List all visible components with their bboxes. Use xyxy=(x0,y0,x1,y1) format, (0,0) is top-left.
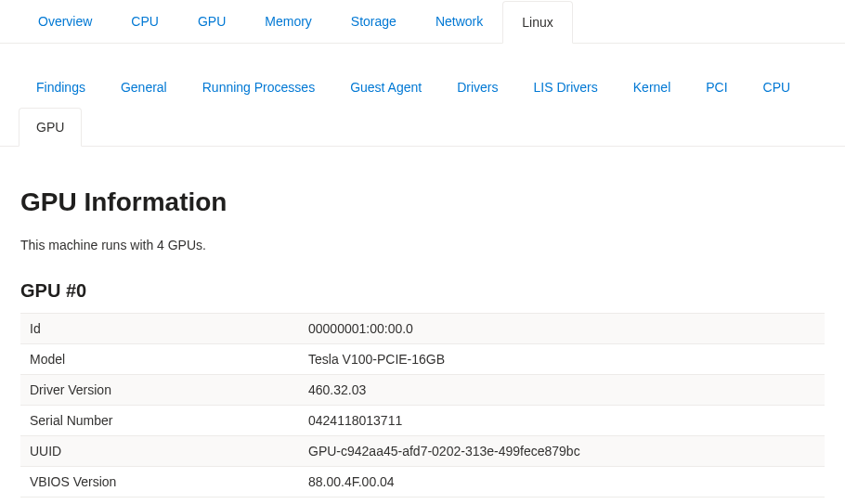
tab-gpu[interactable]: GPU xyxy=(178,0,245,43)
subtab-pci[interactable]: PCI xyxy=(688,68,745,107)
content-area: GPU Information This machine runs with 4… xyxy=(0,147,845,504)
summary-text: This machine runs with 4 GPUs. xyxy=(20,238,825,252)
table-row: UUID GPU-c942aa45-afd7-0202-313e-499fece… xyxy=(20,436,825,467)
kv-value: GPU-c942aa45-afd7-0202-313e-499fece879bc xyxy=(299,436,825,467)
gpu-0-table: Id 00000001:00:00.0 Model Tesla V100-PCI… xyxy=(20,313,825,498)
subtab-lis-drivers[interactable]: LIS Drivers xyxy=(516,68,616,107)
kv-key: Serial Number xyxy=(20,406,299,436)
tab-network[interactable]: Network xyxy=(416,0,502,43)
page-title: GPU Information xyxy=(20,187,825,217)
secondary-tab-bar: Findings General Running Processes Guest… xyxy=(0,68,845,147)
tab-overview[interactable]: Overview xyxy=(19,0,111,43)
kv-key: VBIOS Version xyxy=(20,467,299,498)
subtab-findings[interactable]: Findings xyxy=(19,68,103,107)
kv-key: UUID xyxy=(20,436,299,467)
table-row: Id 00000001:00:00.0 xyxy=(20,314,825,344)
subtab-guest-agent[interactable]: Guest Agent xyxy=(332,68,439,107)
subtab-gpu[interactable]: GPU xyxy=(19,108,82,147)
kv-key: Driver Version xyxy=(20,375,299,406)
table-row: Model Tesla V100-PCIE-16GB xyxy=(20,344,825,375)
kv-value: 00000001:00:00.0 xyxy=(299,314,825,344)
tab-cpu[interactable]: CPU xyxy=(111,0,178,43)
table-row: Serial Number 0424118013711 xyxy=(20,406,825,436)
table-row: VBIOS Version 88.00.4F.00.04 xyxy=(20,467,825,498)
kv-value: 88.00.4F.00.04 xyxy=(299,467,825,498)
tab-linux[interactable]: Linux xyxy=(502,1,572,44)
primary-tab-bar: Overview CPU GPU Memory Storage Network … xyxy=(0,0,845,44)
subtab-cpu[interactable]: CPU xyxy=(746,68,809,107)
kv-value: 0424118013711 xyxy=(299,406,825,436)
kv-key: Model xyxy=(20,344,299,375)
tab-memory[interactable]: Memory xyxy=(245,0,332,43)
subtab-running-processes[interactable]: Running Processes xyxy=(185,68,332,107)
gpu-0-heading: GPU #0 xyxy=(20,280,825,302)
subtab-general[interactable]: General xyxy=(103,68,185,107)
kv-value: Tesla V100-PCIE-16GB xyxy=(299,344,825,375)
tab-storage[interactable]: Storage xyxy=(332,0,416,43)
kv-key: Id xyxy=(20,314,299,344)
subtab-drivers[interactable]: Drivers xyxy=(439,68,515,107)
kv-value: 460.32.03 xyxy=(299,375,825,406)
table-row: Driver Version 460.32.03 xyxy=(20,375,825,406)
subtab-kernel[interactable]: Kernel xyxy=(616,68,688,107)
